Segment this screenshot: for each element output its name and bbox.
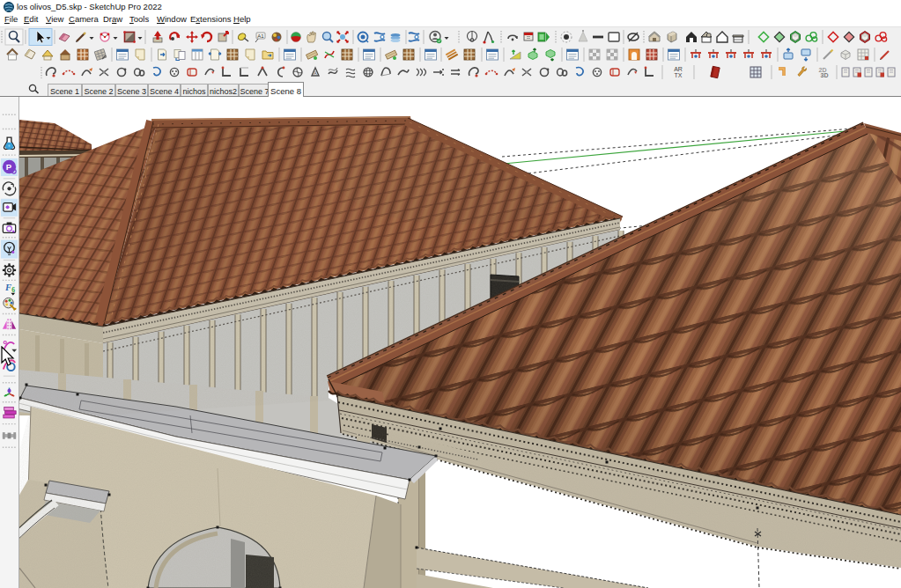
- svg-text:P: P: [6, 162, 12, 172]
- svg-text:AR: AR: [674, 66, 683, 72]
- svg-text:6: 6: [11, 286, 15, 294]
- svg-text:A1: A1: [257, 33, 264, 39]
- svg-text:F: F: [4, 283, 11, 292]
- svg-text:TX: TX: [675, 72, 683, 78]
- svg-text:3D: 3D: [821, 72, 829, 78]
